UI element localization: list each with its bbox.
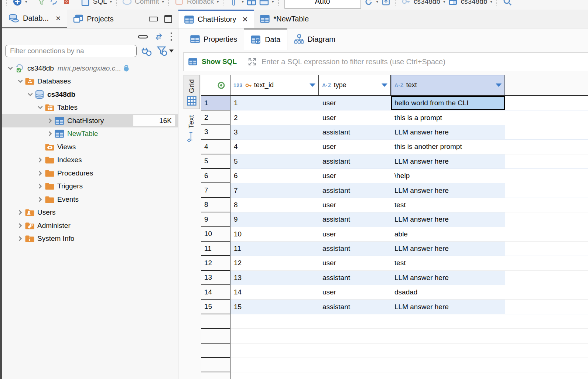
search-icon[interactable] <box>503 0 512 6</box>
row-number-cell[interactable] <box>201 344 230 358</box>
dropdown-caret-icon[interactable]: ▾ <box>25 0 27 4</box>
row-number-cell[interactable]: 3 <box>201 125 230 140</box>
close-icon[interactable]: ✕ <box>242 15 248 24</box>
chevron-right-icon[interactable] <box>37 182 44 190</box>
column-menu-caret-icon[interactable] <box>310 83 315 87</box>
view-tab-text[interactable]: Text <box>184 111 199 145</box>
empty-cell[interactable] <box>391 358 505 372</box>
row-number-cell[interactable] <box>201 314 230 329</box>
cell-text_id[interactable]: 2 <box>230 110 319 125</box>
sql-filter-input[interactable]: Enter a SQL expression to filter results… <box>261 58 445 66</box>
disconnect-icon[interactable] <box>62 0 71 6</box>
cell-type[interactable]: assistant <box>319 242 391 256</box>
row-number-cell[interactable]: 12 <box>201 256 230 270</box>
cell-type[interactable]: user <box>319 110 391 125</box>
filter-connections-input[interactable] <box>5 45 137 57</box>
cell-text_id[interactable]: 3 <box>230 125 319 140</box>
sql-editor-label[interactable]: SQL <box>93 0 107 6</box>
tab-newtable[interactable]: *NewTable <box>254 10 315 28</box>
cell-type[interactable]: assistant <box>319 183 391 198</box>
view-tab-grid[interactable]: Grid <box>184 75 200 109</box>
empty-cell[interactable] <box>230 344 319 358</box>
cell-text[interactable]: LLM answer here <box>391 271 505 285</box>
cell-text[interactable]: test <box>391 256 505 270</box>
cell-text_id[interactable]: 12 <box>230 256 319 270</box>
tree-item-procedures[interactable]: Procedures <box>2 167 178 180</box>
cell-text[interactable]: LLM answer here <box>391 300 505 314</box>
empty-cell[interactable] <box>319 372 391 379</box>
cell-text_id[interactable]: 15 <box>230 300 319 314</box>
cell-type[interactable]: assistant <box>319 212 391 227</box>
cell-text_id[interactable]: 13 <box>230 271 319 285</box>
tree-item-cs348db[interactable]: cs348dbmini.peisongxiao.c... <box>2 62 178 75</box>
cell-text_id[interactable]: 11 <box>230 242 319 256</box>
cell-text[interactable]: dsadad <box>391 285 505 300</box>
empty-cell[interactable] <box>230 372 319 379</box>
empty-cell[interactable] <box>391 344 505 358</box>
chevron-down-icon[interactable] <box>17 78 24 85</box>
row-number-cell[interactable]: 10 <box>201 227 230 242</box>
cell-text[interactable]: hello world from the CLI <box>391 96 505 110</box>
cell-type[interactable]: user <box>319 169 391 183</box>
empty-cell[interactable] <box>319 314 391 329</box>
tree-item-indexes[interactable]: Indexes <box>2 154 178 167</box>
chevron-right-icon[interactable] <box>17 235 24 242</box>
commit-label[interactable]: Commit <box>135 0 159 6</box>
maximize-icon[interactable] <box>164 15 172 23</box>
commit-icon[interactable] <box>122 0 132 6</box>
tree-item-system-info[interactable]: iSystem Info <box>2 232 178 246</box>
rollback-icon[interactable] <box>174 0 184 6</box>
connect-plug-icon[interactable] <box>140 45 153 57</box>
cell-text_id[interactable]: 9 <box>230 212 319 227</box>
row-number-cell[interactable]: 2 <box>201 110 230 125</box>
cell-text_id[interactable]: 14 <box>230 285 319 300</box>
tab-chathistory[interactable]: ChatHistory ✕ <box>178 10 254 28</box>
column-header-text_id[interactable]: 123text_id <box>230 75 319 95</box>
active-schema-label[interactable]: cs348db <box>461 0 487 6</box>
cell-text_id[interactable]: 10 <box>230 227 319 242</box>
empty-cell[interactable] <box>230 314 319 329</box>
column-header-text[interactable]: A·Ztext <box>391 75 505 95</box>
tab-properties[interactable]: Properties <box>184 28 244 50</box>
tab-database-navigator[interactable]: Datab... ✕ <box>2 10 67 28</box>
empty-cell[interactable] <box>391 314 505 329</box>
tree-item-tables[interactable]: Tables <box>2 101 178 115</box>
cell-text[interactable]: able <box>391 227 505 242</box>
refresh-icon[interactable] <box>364 0 373 6</box>
cell-text_id[interactable]: 8 <box>230 198 319 212</box>
dropdown-caret-icon[interactable]: ▾ <box>110 0 112 4</box>
empty-cell[interactable] <box>319 358 391 372</box>
cell-type[interactable]: user <box>319 285 391 300</box>
commit-mode-select[interactable]: Auto <box>284 0 361 8</box>
refresh-connection-icon[interactable] <box>49 0 59 6</box>
minimize-icon[interactable] <box>149 17 158 21</box>
cell-text[interactable]: LLM answer here <box>391 125 505 140</box>
tree-item-events[interactable]: Events <box>2 193 178 206</box>
show-sql-button[interactable]: Show SQL <box>202 58 237 66</box>
cell-type[interactable]: assistant <box>319 125 391 140</box>
tree-item-views[interactable]: Views <box>2 140 178 154</box>
new-connection-icon[interactable] <box>13 0 22 6</box>
row-number-cell[interactable] <box>201 372 230 379</box>
cell-text[interactable]: this is another prompt <box>391 140 505 154</box>
row-number-cell[interactable] <box>201 329 230 343</box>
grid-view-icon[interactable] <box>247 0 256 6</box>
cell-text[interactable]: LLM answer here <box>391 212 505 227</box>
cell-text[interactable]: this is a prompt <box>391 110 505 125</box>
active-connection-label[interactable]: cs348db <box>414 0 440 6</box>
chevron-right-icon[interactable] <box>37 170 44 177</box>
row-number-cell[interactable] <box>201 358 230 372</box>
transaction-log-icon[interactable] <box>229 0 239 6</box>
row-number-cell[interactable]: 9 <box>201 212 230 227</box>
tree-item-cs348db[interactable]: cs348db <box>2 88 178 101</box>
connection-key-icon[interactable] <box>401 0 411 6</box>
chevron-right-icon[interactable] <box>37 196 44 203</box>
filter-funnel-icon[interactable] <box>157 45 174 57</box>
tree-item-users[interactable]: Users <box>2 206 178 219</box>
tab-data[interactable]: Data <box>244 28 287 50</box>
collapse-all-icon[interactable] <box>138 34 148 39</box>
cell-text[interactable]: LLM answer here <box>391 183 505 198</box>
grid-corner-cell[interactable] <box>201 75 230 95</box>
row-number-cell[interactable]: 14 <box>201 285 230 300</box>
column-header-type[interactable]: A·Ztype <box>319 75 391 95</box>
